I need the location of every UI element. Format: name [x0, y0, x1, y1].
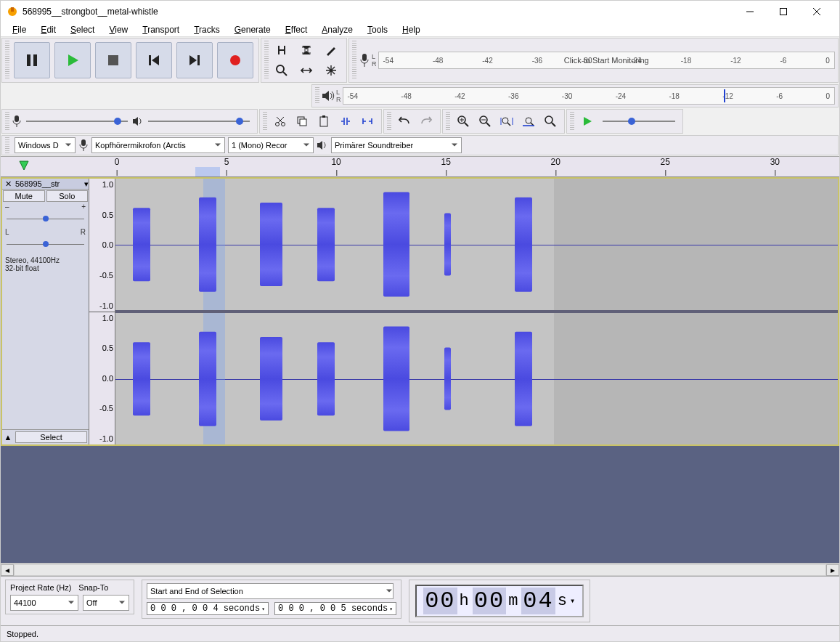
stop-button[interactable]	[95, 42, 131, 78]
menu-edit[interactable]: Edit	[33, 23, 63, 36]
redo-icon[interactable]	[415, 112, 437, 131]
zoom-out-icon[interactable]	[474, 112, 496, 131]
fit-project-icon[interactable]	[518, 112, 539, 131]
toolbar-grip[interactable]	[570, 112, 574, 131]
recording-meter-toolbar: LR -54-48-42-36-30-24-18-12-60 Click to …	[348, 38, 839, 83]
timeline-ruler[interactable]: 051015202530	[1, 157, 839, 177]
gain-minus-label: –	[5, 203, 9, 211]
zoom-tool-icon[interactable]	[271, 61, 293, 80]
menu-view[interactable]: View	[102, 23, 135, 36]
microphone-icon[interactable]	[359, 53, 370, 68]
cut-icon[interactable]	[269, 112, 291, 131]
draw-tool-icon[interactable]	[320, 41, 342, 60]
toolbar-grip[interactable]	[5, 112, 9, 131]
selection-mode-select[interactable]	[147, 583, 394, 599]
play-at-speed-button[interactable]	[576, 112, 598, 131]
window-minimize-button[interactable]	[733, 1, 767, 23]
svg-marker-20	[322, 91, 329, 101]
svg-rect-19	[362, 54, 367, 61]
menu-analyze[interactable]: Analyze	[314, 23, 360, 36]
copy-icon[interactable]	[291, 112, 313, 131]
recording-channels-select[interactable]	[228, 137, 314, 153]
fit-selection-icon[interactable]	[496, 112, 518, 131]
tracks-empty-area[interactable]	[1, 446, 839, 563]
waveform-channel-left[interactable]	[115, 179, 838, 313]
svg-rect-21	[15, 115, 19, 122]
tracks-area: ✕ 568995__str ▾ Mute Solo –+ LR Stereo, …	[1, 177, 839, 563]
playback-device-select[interactable]	[331, 137, 462, 153]
skip-start-button[interactable]	[136, 42, 172, 78]
toolbar-grip[interactable]	[264, 41, 269, 80]
paste-icon[interactable]	[313, 112, 335, 131]
toolbar-grip[interactable]	[263, 112, 267, 131]
playback-volume-slider[interactable]	[148, 116, 250, 126]
play-at-speed-toolbar	[566, 109, 683, 134]
snap-to-select[interactable]	[83, 595, 129, 611]
track-menu-dropdown-icon[interactable]: ▾	[84, 179, 89, 189]
menu-tracks[interactable]: Tracks	[187, 23, 227, 36]
scroll-left-button[interactable]: ◂	[1, 564, 14, 576]
speaker-icon[interactable]	[322, 90, 335, 102]
undo-icon[interactable]	[394, 112, 415, 131]
time-position-display[interactable]: 00h 00m 04s ▾	[415, 585, 584, 617]
pan-right-label: R	[81, 228, 86, 236]
track-pan-slider[interactable]	[7, 239, 84, 251]
zoom-in-icon[interactable]	[452, 112, 474, 131]
svg-point-23	[276, 123, 280, 126]
record-button[interactable]	[217, 42, 253, 78]
playhead-pin-icon[interactable]	[18, 160, 30, 171]
project-rate-select[interactable]	[10, 595, 78, 611]
toolbar-grip[interactable]	[5, 41, 9, 80]
silence-icon[interactable]	[356, 112, 378, 131]
menu-select[interactable]: Select	[63, 23, 102, 36]
recording-device-select[interactable]	[91, 137, 225, 153]
audio-track: ✕ 568995__str ▾ Mute Solo –+ LR Stereo, …	[1, 177, 839, 446]
menu-generate[interactable]: Generate	[227, 23, 278, 36]
pause-button[interactable]	[14, 42, 50, 78]
audio-host-select[interactable]	[15, 137, 76, 153]
toolbar-grip[interactable]	[5, 137, 9, 153]
toolbar-grip[interactable]	[352, 41, 356, 80]
microphone-icon	[78, 139, 89, 152]
trim-icon[interactable]	[335, 112, 356, 131]
app-icon	[7, 6, 18, 17]
toolbar-grip[interactable]	[387, 112, 391, 131]
playback-speed-slider[interactable]	[603, 116, 675, 126]
gain-plus-label: +	[81, 203, 86, 211]
menu-effect[interactable]: Effect	[278, 23, 314, 36]
svg-rect-6	[27, 54, 30, 66]
svg-line-30	[465, 123, 468, 126]
mute-button[interactable]: Mute	[3, 190, 45, 202]
horizontal-scrollbar[interactable]: ◂ ▸	[1, 563, 839, 576]
menu-transport[interactable]: Transport	[135, 23, 187, 36]
envelope-tool-icon[interactable]	[295, 41, 317, 60]
selection-tool-icon[interactable]	[271, 41, 293, 60]
track-name[interactable]: 568995__str	[14, 179, 84, 189]
menu-help[interactable]: Help	[395, 23, 428, 36]
svg-marker-42	[20, 161, 28, 170]
window-maximize-button[interactable]	[767, 1, 800, 23]
recording-volume-slider[interactable]	[26, 116, 128, 126]
recording-meter[interactable]: -54-48-42-36-30-24-18-12-60 Click to Sta…	[378, 52, 836, 69]
play-button[interactable]	[54, 42, 91, 78]
multi-tool-icon[interactable]	[320, 61, 342, 80]
track-collapse-button[interactable]: ▲	[2, 433, 14, 442]
playback-meter[interactable]: -54-48-42-36-30-24-18-12-60	[343, 87, 836, 105]
track-gain-slider[interactable]	[7, 214, 84, 225]
track-close-button[interactable]: ✕	[2, 179, 14, 189]
solo-button[interactable]: Solo	[46, 190, 89, 202]
toolbar-grip[interactable]	[446, 112, 450, 131]
menu-file[interactable]: File	[5, 23, 33, 36]
selection-start-field[interactable]: 0 0 0 , 0 0 4 seconds▾	[147, 602, 269, 615]
selection-toolbar: Project Rate (Hz) Snap-To 0 0 0 , 0 0 4 …	[1, 576, 839, 625]
waveform-area[interactable]	[115, 179, 838, 444]
timeshift-tool-icon[interactable]	[295, 61, 317, 80]
selection-end-field[interactable]: 0 0 0 , 0 0 5 seconds▾	[274, 602, 396, 615]
zoom-toggle-icon[interactable]	[539, 112, 561, 131]
track-select-button[interactable]: Select	[15, 431, 87, 443]
toolbar-grip[interactable]	[315, 87, 319, 105]
skip-end-button[interactable]	[176, 42, 213, 78]
meter-monitor-label: Click to Start Monitoring	[564, 56, 649, 65]
waveform-channel-right[interactable]	[115, 313, 838, 444]
menu-tools[interactable]: Tools	[360, 23, 395, 36]
